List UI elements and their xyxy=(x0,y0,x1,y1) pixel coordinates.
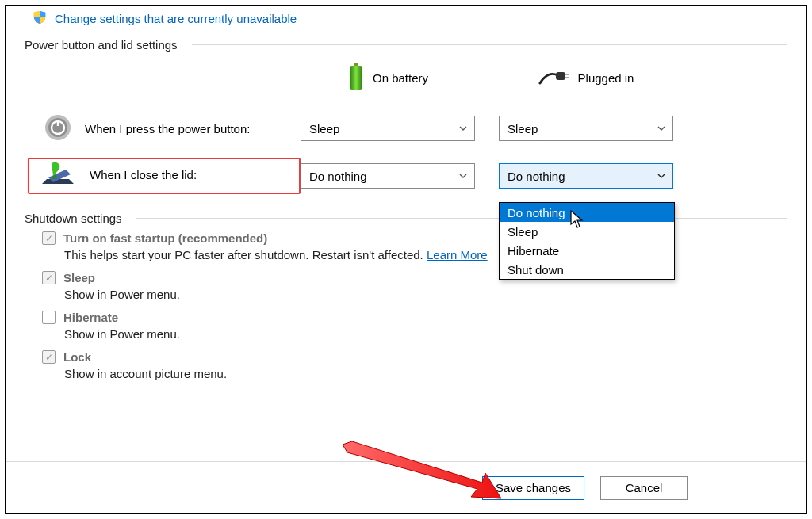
chevron-down-icon xyxy=(458,124,468,133)
row-close-lid: When I close the lid: xyxy=(28,158,301,194)
sleep-checkbox[interactable]: ✓ xyxy=(42,271,56,284)
svg-rect-8 xyxy=(57,120,59,126)
svg-rect-0 xyxy=(354,63,358,66)
lid-battery-dropdown[interactable]: Do nothing xyxy=(301,163,475,189)
content-area: Change settings that are currently unava… xyxy=(25,6,787,390)
power-button-label: When I press the power button: xyxy=(85,122,250,135)
hibernate-desc: Show in Power menu. xyxy=(64,327,787,341)
dropdown-option-do-nothing[interactable]: Do nothing xyxy=(500,203,674,222)
cancel-button[interactable]: Cancel xyxy=(600,476,688,500)
lid-plugged-dropdown-list[interactable]: Do nothing Sleep Hibernate Shut down xyxy=(499,202,675,280)
check-icon: ✓ xyxy=(45,234,53,243)
plug-icon xyxy=(538,67,570,89)
fast-startup-item: ✓ Turn on fast startup (recommended) Thi… xyxy=(42,231,787,261)
divider xyxy=(136,218,787,219)
dropdown-option-hibernate[interactable]: Hibernate xyxy=(500,241,674,260)
footer: Save changes Cancel xyxy=(6,461,806,513)
divider xyxy=(192,44,787,45)
power-icon xyxy=(44,113,72,144)
chevron-down-icon xyxy=(458,171,468,181)
laptop-lid-icon xyxy=(42,160,77,189)
power-button-plugged-value: Sleep xyxy=(508,122,538,135)
power-button-battery-dropdown[interactable]: Sleep xyxy=(301,116,475,141)
sleep-item: ✓ Sleep Show in Power menu. xyxy=(42,271,787,301)
lock-desc: Show in account picture menu. xyxy=(64,367,787,380)
svg-rect-3 xyxy=(565,74,569,75)
fast-startup-desc: This helps start your PC faster after sh… xyxy=(64,248,787,261)
col-battery-label: On battery xyxy=(373,71,428,85)
shield-icon xyxy=(33,10,47,27)
change-settings-link[interactable]: Change settings that are currently unava… xyxy=(55,12,297,25)
col-head-battery: On battery xyxy=(301,56,475,99)
fast-startup-checkbox[interactable]: ✓ xyxy=(42,231,56,245)
check-icon: ✓ xyxy=(45,273,53,283)
power-button-battery-value: Sleep xyxy=(309,122,339,135)
sleep-label: Sleep xyxy=(63,271,95,284)
lock-label: Lock xyxy=(63,350,91,364)
hibernate-checkbox[interactable] xyxy=(42,311,56,324)
shutdown-settings: ✓ Turn on fast startup (recommended) Thi… xyxy=(42,231,787,380)
svg-rect-4 xyxy=(565,77,569,78)
fast-startup-label: Turn on fast startup (recommended) xyxy=(63,231,267,245)
power-button-plugged-dropdown[interactable]: Sleep xyxy=(499,116,673,141)
col-plugged-label: Plugged in xyxy=(578,71,634,85)
svg-rect-2 xyxy=(556,72,565,80)
section-power-heading: Power button and lid settings xyxy=(25,38,787,52)
uac-row: Change settings that are currently unava… xyxy=(25,6,787,38)
lid-plugged-value: Do nothing xyxy=(508,170,565,183)
col-head-plugged: Plugged in xyxy=(499,56,673,99)
row-power-button: When I press the power button: xyxy=(31,110,301,147)
dropdown-option-shut-down[interactable]: Shut down xyxy=(500,260,674,279)
save-changes-button[interactable]: Save changes xyxy=(482,476,584,500)
battery-icon xyxy=(347,63,365,93)
section-power-label: Power button and lid settings xyxy=(25,38,178,52)
svg-rect-1 xyxy=(350,66,362,90)
chevron-down-icon xyxy=(657,171,666,181)
section-shutdown-label: Shutdown settings xyxy=(25,212,122,225)
lid-battery-value: Do nothing xyxy=(309,170,367,183)
lock-checkbox[interactable]: ✓ xyxy=(42,350,56,364)
learn-more-link[interactable]: Learn More xyxy=(427,248,488,261)
window-frame: Change settings that are currently unava… xyxy=(5,5,807,514)
lock-item: ✓ Lock Show in account picture menu. xyxy=(42,350,787,380)
close-lid-label: When I close the lid: xyxy=(90,168,197,181)
lid-plugged-dropdown[interactable]: Do nothing xyxy=(499,163,673,189)
sleep-desc: Show in Power menu. xyxy=(64,288,787,301)
hibernate-label: Hibernate xyxy=(63,311,118,324)
dropdown-option-sleep[interactable]: Sleep xyxy=(500,222,674,241)
power-settings-grid: On battery Plugged in xyxy=(31,56,787,194)
check-icon: ✓ xyxy=(45,353,53,362)
chevron-down-icon xyxy=(657,124,666,133)
hibernate-item: Hibernate Show in Power menu. xyxy=(42,311,787,341)
